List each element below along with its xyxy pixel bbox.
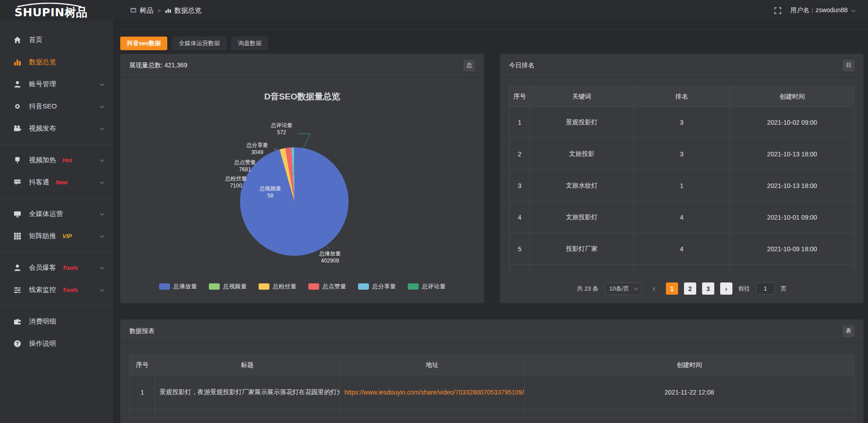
goto-label: 前往 [738,285,750,293]
sidebar-item-account[interactable]: 账号管理 [0,73,113,95]
daily-toggle-button[interactable]: 日 [843,60,854,71]
sidebar-item-clue-monitor[interactable]: 线索监控 Tools [0,279,113,301]
username-label: 用户名：zswodun88 [790,6,848,14]
tools-badge: Tools [62,287,78,293]
chart-legend: 总播放量 总视频量 总粉丝量 总点赞量 总分享量 总评论量 [120,282,484,291]
pie-graphic[interactable] [240,147,349,256]
chevron-down-icon [100,126,104,130]
sidebar-item-consumption[interactable]: 消费明细 [0,310,113,333]
pagination: 共 23 条 10条/页 ‹ 1 2 3 › 前往 页 [509,282,854,295]
legend-swatch [209,283,220,290]
sidebar-item-douyin-seo[interactable]: 抖音SEO [0,95,113,118]
page-size-select[interactable]: 10条/页 [604,282,642,295]
legend-swatch [308,283,319,290]
report-panel: 数据报表 表 序号 标题 地址 创建时间 1 景观投影灯，夜游景观投影灯厂家展示… [120,320,863,423]
fullscreen-button[interactable] [774,7,781,14]
table-header-row: 序号 关键词 排名 创建时间 [509,87,854,107]
column-header-keyword: 关键词 [530,87,633,107]
tab-inquiry[interactable]: 询盘数据 [231,37,268,50]
legend-swatch [259,283,269,290]
video-url-cell: https://www.iesdouyin.com/share/video/70… [340,375,524,409]
sidebar-divider [0,252,113,252]
window-icon [130,7,137,14]
main-content: 抖音seo数据 全媒体运营数据 询盘数据 展现量总数: 421,369 总 D音… [113,21,868,423]
sidebar-item-media-operation[interactable]: 全媒体运营 [0,203,113,225]
page-button-3[interactable]: 3 [702,282,714,295]
page-button-1[interactable]: 1 [666,282,678,295]
sidebar-item-home[interactable]: 首页 [0,29,113,51]
overview-panel: 展现量总数: 421,369 总 D音SEO数据量总览 总评论量572 [120,54,484,303]
ranking-panel-title: 今日排名 [509,61,534,70]
breadcrumb-item-overview[interactable]: 数据总览 [165,6,202,15]
legend-item-fans[interactable]: 总粉丝量 [259,282,297,291]
chevron-down-icon [100,157,104,162]
ranking-panel: 今日排名 日 序号 关键词 排名 创建时间 1景观投影灯32021-10-02 [500,54,863,303]
tab-media-operation[interactable]: 全媒体运营数据 [172,37,226,50]
report-panel-title: 数据报表 [129,327,155,335]
legend-swatch [159,283,170,290]
chevron-down-icon [100,233,104,238]
member-icon [14,264,22,272]
video-camera-icon [14,125,22,132]
ranking-table: 序号 关键词 排名 创建时间 1景观投影灯32021-10-02 09:00 2… [509,86,854,272]
user-icon [14,80,22,88]
sidebar-item-video-publish[interactable]: 视频发布 [0,118,113,140]
breadcrumb-item-home[interactable]: 树品 [130,6,153,15]
user-menu[interactable]: 用户名：zswodun88 [790,6,854,14]
legend-swatch [408,283,419,290]
sliders-icon [14,286,22,294]
legend-item-comments[interactable]: 总评论量 [408,282,446,291]
prev-page-button[interactable]: ‹ [648,282,660,295]
column-header-url: 地址 [340,355,524,375]
gear-icon [14,103,22,110]
table-row: 1景观投影灯32021-10-02 09:00 [509,107,854,138]
legend-item-videos[interactable]: 总视频量 [209,282,247,291]
clipped-table-row [130,409,854,418]
pie-chart: D音SEO数据量总览 总评论量572 总分享量3049 [120,77,484,302]
legend-item-likes[interactable]: 总点赞量 [308,282,346,291]
pie-label-likes: 总点赞量7681 [234,159,256,173]
sidebar-item-data-overview[interactable]: 数据总览 [0,51,113,73]
legend-item-shares[interactable]: 总分享量 [358,282,396,291]
sidebar-divider [0,306,113,306]
video-link[interactable]: https://www.iesdouyin.com/share/video/70… [344,389,524,396]
sidebar-item-video-heat[interactable]: 视频加热 Hot [0,149,113,171]
tools-badge: Tools [62,264,78,271]
total-toggle-button[interactable]: 总 [463,60,475,71]
report-table: 序号 标题 地址 创建时间 1 景观投影灯，夜游景观投影灯厂家展示展示落花灯在花… [129,355,854,418]
tab-douyin-seo[interactable]: 抖音seo数据 [120,37,167,50]
goto-page-input[interactable] [756,282,775,295]
video-title-cell: 景观投影灯，夜游景观投影灯厂家展示展示落花灯在花园里的灯光投影应用效果 # [155,375,340,409]
sidebar-item-douketong[interactable]: 抖客通 New [0,171,113,193]
column-header-time: 创建时间 [524,355,854,375]
sidebar-item-help[interactable]: ? 操作说明 [0,333,113,355]
page-button-2[interactable]: 2 [684,282,696,295]
pie-label-videos: 总视频量58 [259,185,281,199]
next-page-button[interactable]: › [720,282,732,295]
chevron-down-icon [100,81,104,86]
table-row: 5投影灯厂家42021-10-09 18:00 [509,233,854,265]
sidebar-item-matrix-boost[interactable]: 矩阵助推 VIP [0,225,113,247]
sidebar-item-member-burst[interactable]: 会员爆客 Tools [0,257,113,279]
clipped-table-row [509,265,854,272]
chevron-down-icon [100,265,104,269]
sidebar: 首页 数据总览 账号管理 抖音SEO 视频发布 视频加热 Hot [0,21,113,423]
chevron-down-icon [100,287,104,291]
svg-text:?: ? [16,341,19,346]
topbar: SHUPIN树品 树品 > 数据总览 用户名：zswodun88 [0,0,868,21]
table-toggle-button[interactable]: 表 [843,325,854,337]
sidebar-divider [0,198,113,198]
hot-badge: Hot [62,157,72,164]
chart-bar-icon [165,7,171,14]
breadcrumb-separator: > [157,7,161,14]
column-header-time: 创建时间 [730,87,854,107]
app-logo: SHUPIN树品 [0,3,113,18]
pie-label-plays: 总播放量402909 [319,250,341,264]
table-row: 4文旅投影灯42021-10-01 09:00 [509,202,854,233]
column-header-index: 序号 [509,87,530,107]
monitor-icon [14,210,22,218]
breadcrumb-label: 数据总览 [175,6,202,15]
legend-item-plays[interactable]: 总播放量 [159,282,197,291]
pie-label-shares: 总分享量3049 [246,141,268,156]
column-header-title: 标题 [155,355,340,375]
